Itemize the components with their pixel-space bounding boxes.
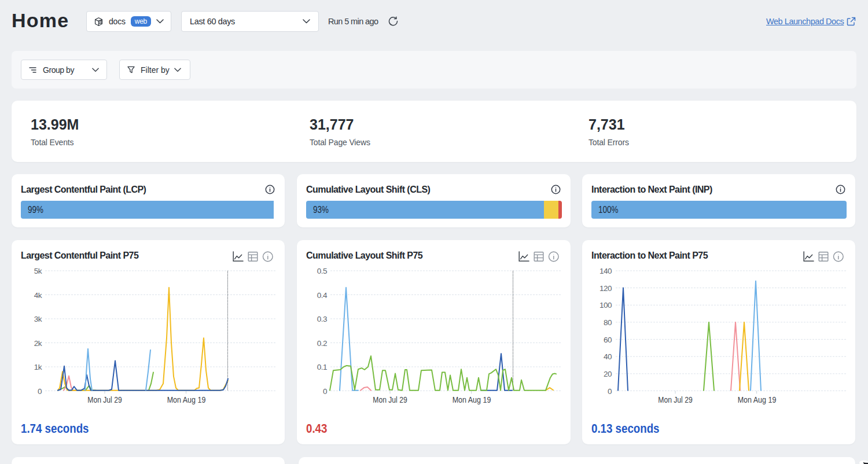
svg-text:0: 0 bbox=[38, 387, 42, 396]
svg-text:0.4: 0.4 bbox=[317, 291, 328, 300]
svg-text:Mon Jul 29: Mon Jul 29 bbox=[373, 395, 407, 404]
svg-text:0: 0 bbox=[323, 387, 327, 396]
svg-text:0.3: 0.3 bbox=[317, 315, 327, 323]
svg-text:4k: 4k bbox=[34, 291, 42, 300]
svg-text:2k: 2k bbox=[34, 339, 42, 348]
svg-text:60: 60 bbox=[604, 336, 612, 344]
svg-text:0.2: 0.2 bbox=[317, 339, 327, 348]
svg-text:20: 20 bbox=[604, 370, 612, 378]
svg-text:0.5: 0.5 bbox=[317, 267, 327, 275]
svg-text:140: 140 bbox=[599, 267, 612, 275]
svg-text:Mon Jul 29: Mon Jul 29 bbox=[658, 395, 692, 404]
svg-text:1k: 1k bbox=[34, 363, 42, 371]
svg-text:3k: 3k bbox=[34, 315, 42, 323]
svg-text:Mon Aug 19: Mon Aug 19 bbox=[167, 395, 206, 404]
svg-text:80: 80 bbox=[604, 318, 612, 327]
svg-text:40: 40 bbox=[604, 352, 612, 361]
svg-text:Mon Jul 29: Mon Jul 29 bbox=[87, 395, 122, 404]
svg-text:Mon Aug 19: Mon Aug 19 bbox=[738, 395, 777, 404]
svg-text:Mon Aug 19: Mon Aug 19 bbox=[453, 395, 491, 404]
svg-text:0.1: 0.1 bbox=[317, 363, 327, 371]
svg-text:120: 120 bbox=[599, 284, 612, 293]
svg-text:100: 100 bbox=[599, 301, 612, 310]
svg-text:0: 0 bbox=[608, 387, 612, 396]
svg-text:5k: 5k bbox=[34, 267, 42, 275]
